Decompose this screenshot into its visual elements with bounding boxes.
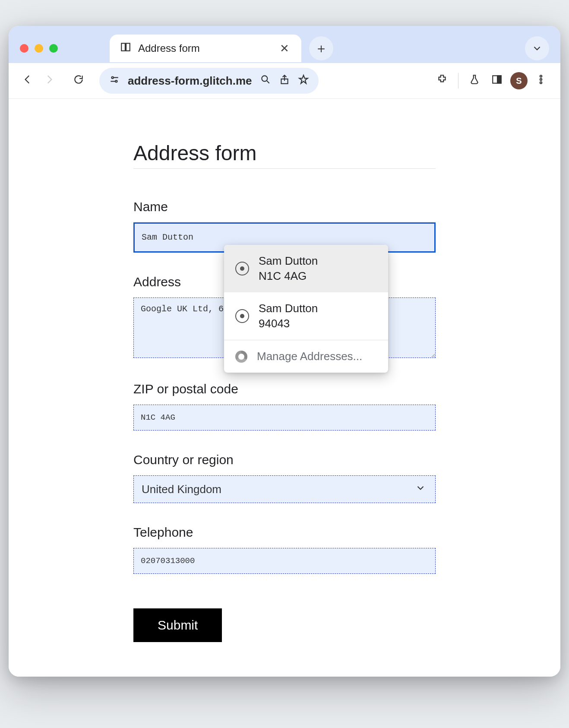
extensions-icon[interactable] bbox=[433, 74, 451, 88]
browser-toolbar: address-form.glitch.me bbox=[9, 63, 560, 98]
side-panel-icon[interactable] bbox=[488, 74, 506, 88]
autofill-suggestion-0[interactable]: Sam Dutton N1C 4AG bbox=[224, 245, 388, 292]
svg-rect-1 bbox=[126, 43, 130, 51]
labs-icon[interactable] bbox=[465, 74, 484, 88]
tab-title: Address form bbox=[138, 42, 269, 54]
tabs-dropdown-button[interactable] bbox=[525, 36, 549, 60]
share-icon[interactable] bbox=[279, 74, 290, 88]
submit-button[interactable]: Submit bbox=[133, 608, 222, 642]
country-select[interactable]: United Kingdom bbox=[133, 475, 436, 503]
back-button[interactable] bbox=[19, 74, 36, 88]
svg-point-8 bbox=[540, 75, 542, 77]
site-settings-icon[interactable] bbox=[109, 74, 120, 88]
svg-point-3 bbox=[115, 80, 117, 82]
chrome-logo-icon bbox=[235, 351, 247, 363]
forward-button[interactable] bbox=[41, 74, 58, 88]
svg-point-4 bbox=[262, 76, 267, 81]
telephone-input[interactable] bbox=[133, 548, 436, 574]
label-telephone: Telephone bbox=[133, 525, 436, 540]
zoom-icon[interactable] bbox=[260, 74, 271, 88]
address-bar[interactable]: address-form.glitch.me bbox=[99, 68, 319, 94]
title-rule bbox=[133, 168, 436, 169]
svg-point-10 bbox=[540, 82, 542, 83]
page-viewport: Address form Name Sam Dutton N1C 4AG bbox=[9, 98, 560, 677]
suggestion-secondary: N1C 4AG bbox=[259, 269, 318, 283]
svg-point-2 bbox=[112, 77, 114, 79]
url-text: address-form.glitch.me bbox=[128, 74, 252, 88]
kebab-menu-icon[interactable] bbox=[532, 74, 550, 88]
window-controls bbox=[20, 44, 58, 53]
svg-rect-7 bbox=[497, 76, 501, 83]
bookmark-star-icon[interactable] bbox=[298, 74, 309, 88]
browser-window: Address form ✕ ＋ bbox=[9, 26, 560, 677]
reload-button[interactable] bbox=[70, 74, 87, 88]
manage-label: Manage Addresses... bbox=[257, 350, 362, 363]
browser-tab-active[interactable]: Address form ✕ bbox=[110, 35, 301, 62]
address-form: Address form Name Sam Dutton N1C 4AG bbox=[133, 142, 436, 642]
person-icon bbox=[235, 262, 249, 275]
profile-avatar[interactable]: S bbox=[510, 72, 528, 89]
new-tab-button[interactable]: ＋ bbox=[309, 36, 333, 60]
tab-close-button[interactable]: ✕ bbox=[276, 40, 293, 57]
svg-rect-0 bbox=[121, 43, 125, 51]
suggestion-secondary: 94043 bbox=[259, 317, 318, 330]
person-icon bbox=[235, 309, 249, 323]
svg-point-9 bbox=[540, 79, 542, 80]
autofill-popup: Sam Dutton N1C 4AG Sam Dutton 94043 M bbox=[224, 245, 388, 373]
browser-chrome-top: Address form ✕ ＋ bbox=[9, 26, 560, 98]
window-close-button[interactable] bbox=[20, 44, 28, 53]
zip-input[interactable] bbox=[133, 405, 436, 430]
window-zoom-button[interactable] bbox=[49, 44, 58, 53]
page-title: Address form bbox=[133, 142, 436, 165]
autofill-suggestion-1[interactable]: Sam Dutton 94043 bbox=[224, 292, 388, 340]
tab-strip: Address form ✕ ＋ bbox=[9, 34, 560, 63]
profile-initial: S bbox=[516, 76, 522, 86]
window-minimize-button[interactable] bbox=[35, 44, 43, 53]
suggestion-name: Sam Dutton bbox=[259, 254, 318, 268]
manage-addresses-button[interactable]: Manage Addresses... bbox=[224, 340, 388, 373]
toolbar-divider bbox=[458, 73, 458, 89]
label-name: Name bbox=[133, 199, 436, 215]
tab-favicon-icon bbox=[120, 41, 131, 55]
label-country: Country or region bbox=[133, 452, 436, 468]
label-zip: ZIP or postal code bbox=[133, 381, 436, 397]
suggestion-name: Sam Dutton bbox=[259, 302, 318, 315]
